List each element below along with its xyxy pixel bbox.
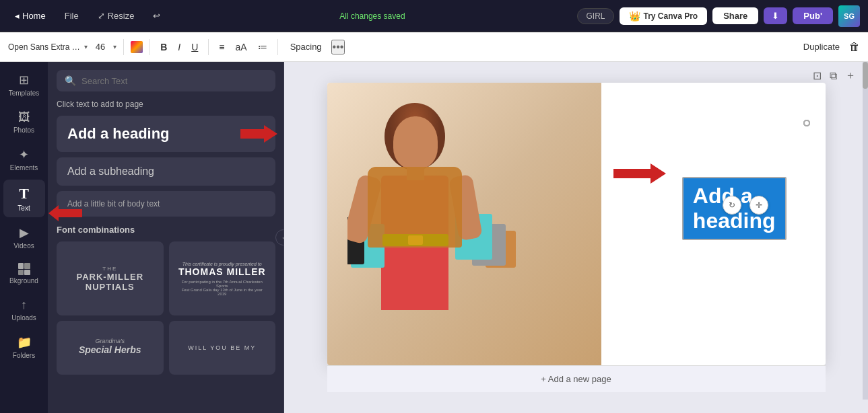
publish-label: Pub' [803, 11, 822, 21]
try-canva-pro-button[interactable]: 👑 Try Canva Pro [620, 7, 708, 25]
belt-buckle [408, 235, 423, 245]
spacing-button[interactable]: Spacing [285, 40, 327, 53]
left-sidebar: ⊞ Templates 🖼 Photos ✦ Elements T Text ▶… [0, 62, 48, 413]
elements-label: Elements [10, 164, 38, 172]
uploads-icon: ↑ [21, 298, 27, 312]
canvas-page: Add a heading ↻ ✛ [327, 83, 826, 365]
undo-button[interactable]: ↩ [146, 8, 167, 24]
delete-button[interactable]: 🗑 [849, 41, 860, 53]
italic-button[interactable]: I [174, 40, 184, 54]
fashion-figure-container [347, 96, 549, 365]
try-pro-label: Try Canva Pro [644, 11, 698, 21]
uploads-label: Uploads [11, 314, 36, 322]
svg-marker-2 [613, 163, 666, 184]
expand-icon[interactable]: ⊡ [811, 67, 823, 84]
videos-icon: ▶ [20, 225, 29, 240]
resize-label: Resize [108, 11, 135, 21]
separator [123, 39, 124, 55]
size-dropdown-caret[interactable]: ▾ [113, 43, 116, 50]
resize-icon: ⤢ [98, 11, 105, 21]
bold-button[interactable]: B [157, 40, 170, 54]
resize-button[interactable]: ⤢ Resize [91, 8, 141, 24]
font-card-will-you[interactable]: WILL YOU BE MY [169, 321, 276, 375]
publish-button[interactable]: Pub' [793, 7, 833, 24]
share-button[interactable]: Share [712, 7, 758, 24]
search-box[interactable]: 🔍 [57, 70, 275, 91]
chevron-left-icon: ◂ [15, 11, 20, 21]
align-button[interactable]: ≡ [215, 40, 228, 54]
duplicate-button[interactable]: Duplicate [798, 40, 845, 53]
rotate-button[interactable]: ↻ [723, 196, 741, 215]
heading-label: Add a heading [67, 125, 170, 143]
hide-panel-button[interactable]: ‹ [275, 229, 284, 246]
photos-icon: 🖼 [18, 110, 30, 124]
sidebar-item-videos[interactable]: ▶ Videos [3, 220, 45, 255]
add-page-button[interactable]: + Add a new page [541, 374, 611, 384]
separator [277, 39, 278, 55]
nav-right-section: GIRL 👑 Try Canva Pro Share ⬇ Pub' SG [577, 5, 860, 27]
canvas-bottom-bar: + Add a new page [327, 365, 826, 392]
canvas-top-icons: ⊡ ⧉ ＋ [811, 67, 857, 84]
background-label: Bkground [9, 277, 38, 285]
font-combinations-title: Font combinations [57, 225, 275, 235]
sidebar-item-folders[interactable]: 📁 Folders [3, 330, 45, 365]
sidebar-item-templates[interactable]: ⊞ Templates [3, 67, 45, 102]
font-dropdown-caret[interactable]: ▾ [84, 43, 88, 50]
sidebar-item-background[interactable]: Bkground [3, 258, 45, 290]
templates-label: Templates [9, 89, 40, 97]
sidebar-item-elements[interactable]: ✦ Elements [3, 142, 45, 177]
canvas-red-arrow [613, 162, 667, 188]
font-name-display[interactable]: Open Sans Extra … [8, 42, 80, 52]
copy-icon[interactable]: ⧉ [828, 67, 838, 84]
main-layout: ⊞ Templates 🖼 Photos ✦ Elements T Text ▶… [0, 62, 868, 413]
avatar[interactable]: SG [838, 5, 860, 27]
move-button[interactable]: ✛ [749, 196, 768, 215]
line-spacing-button[interactable]: ≔ [255, 40, 271, 54]
add-body-button[interactable]: Add a little bit of body text [57, 191, 275, 217]
separator [149, 39, 150, 55]
add-subheading-button[interactable]: Add a subheading [57, 157, 275, 186]
format-toolbar: Open Sans Extra … ▾ 46 ▾ B I U ≡ aA ≔ Sp… [0, 32, 868, 62]
case-button[interactable]: aA [232, 40, 251, 54]
sidebar-item-uploads[interactable]: ↑ Uploads [3, 293, 45, 327]
autosave-status: All changes saved [178, 11, 566, 21]
top-navigation: ◂ Home File ⤢ Resize ↩ All changes saved… [0, 0, 868, 32]
body-label: Add a little bit of body text [67, 199, 160, 209]
face [393, 116, 438, 169]
canvas-area: ⊡ ⧉ ＋ [284, 62, 868, 413]
separator [208, 39, 209, 55]
undo-icon: ↩ [153, 11, 160, 21]
text-label: Text [18, 204, 30, 212]
share-label: Share [723, 11, 747, 21]
font-card-thomas-miller[interactable]: This certificate is proudly presented to… [169, 241, 276, 315]
home-button[interactable]: ◂ Home [8, 8, 53, 24]
search-input[interactable] [81, 76, 267, 86]
add-icon[interactable]: ＋ [844, 67, 857, 84]
background-icon [18, 263, 30, 275]
subheading-label: Add a subheading [67, 165, 154, 177]
add-heading-button[interactable]: Add a heading [57, 116, 275, 152]
font-card-grandmas[interactable]: Grandma's Special Herbs [57, 321, 164, 375]
crown-icon: 👑 [629, 11, 640, 22]
canvas-controls: ↻ ✛ [723, 196, 768, 215]
selection-handle-br[interactable] [803, 120, 810, 126]
font-size-display[interactable]: 46 [92, 42, 109, 52]
file-button[interactable]: File [58, 8, 86, 24]
text-color-picker[interactable] [131, 41, 143, 53]
canvas-scrollbar-thumb [863, 62, 868, 89]
sidebar-item-photos[interactable]: 🖼 Photos [3, 105, 45, 139]
document-title[interactable]: GIRL [577, 8, 613, 24]
font-card-park-miller[interactable]: THE PARK-MILLERNUPTIALS [57, 241, 164, 315]
file-label: File [65, 11, 79, 21]
more-options-button[interactable]: ••• [331, 40, 345, 54]
underline-button[interactable]: U [188, 40, 201, 54]
search-icon: 🔍 [65, 75, 76, 86]
videos-label: Videos [13, 242, 34, 250]
text-icon: T [19, 185, 29, 202]
download-button[interactable]: ⬇ [764, 7, 787, 24]
trash-icon: 🗑 [849, 41, 860, 52]
sidebar-item-text[interactable]: T Text [3, 180, 45, 217]
canvas-scrollbar[interactable] [863, 62, 868, 400]
elements-icon: ✦ [19, 147, 29, 162]
text-panel: 🔍 Click text to add to page Add a headin… [48, 62, 284, 413]
